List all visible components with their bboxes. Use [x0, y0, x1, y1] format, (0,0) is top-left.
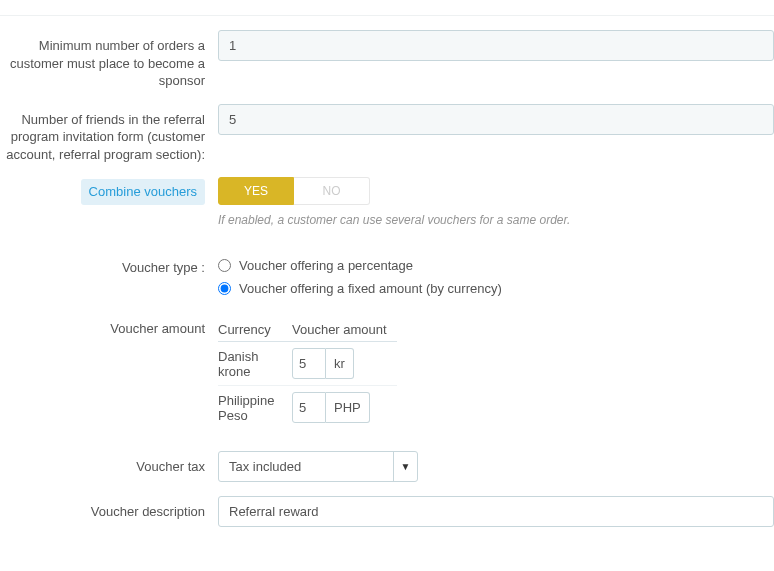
select-value: Tax included	[229, 459, 301, 474]
toggle-no[interactable]: NO	[294, 177, 370, 205]
row-min-orders: Minimum number of orders a customer must…	[0, 30, 774, 90]
label-min-orders: Minimum number of orders a customer must…	[0, 30, 215, 90]
th-currency: Currency	[218, 318, 292, 342]
table-row: Danish krone kr	[218, 342, 397, 386]
input-voucher-desc[interactable]	[218, 496, 774, 527]
radio-label-percentage: Voucher offering a percentage	[239, 258, 413, 273]
cell-currency: Philippine Peso	[218, 386, 292, 430]
table-row: Philippine Peso PHP	[218, 386, 397, 430]
toggle-yes[interactable]: YES	[218, 177, 294, 205]
label-voucher-desc: Voucher description	[0, 496, 215, 521]
label-voucher-tax: Voucher tax	[0, 451, 215, 476]
toggle-combine-vouchers[interactable]: YES NO	[218, 177, 774, 205]
label-combine-vouchers[interactable]: Combine vouchers	[81, 179, 205, 205]
select-voucher-tax[interactable]: Tax included ▼	[218, 451, 418, 482]
chevron-down-icon: ▼	[393, 452, 417, 481]
input-amount-dkk[interactable]	[292, 348, 326, 379]
row-voucher-type: Voucher type : Voucher offering a percen…	[0, 252, 774, 304]
cell-currency: Danish krone	[218, 342, 292, 386]
label-num-friends: Number of friends in the referral progra…	[0, 104, 215, 164]
radio-label-fixed: Voucher offering a fixed amount (by curr…	[239, 281, 502, 296]
input-num-friends[interactable]	[218, 104, 774, 135]
row-voucher-tax: Voucher tax Tax included ▼	[0, 451, 774, 482]
row-num-friends: Number of friends in the referral progra…	[0, 104, 774, 164]
row-combine-vouchers: Combine vouchers YES NO If enabled, a cu…	[0, 177, 774, 227]
help-combine-vouchers: If enabled, a customer can use several v…	[218, 213, 774, 227]
label-voucher-type: Voucher type :	[0, 252, 215, 277]
radio-fixed[interactable]	[218, 282, 231, 295]
input-amount-php[interactable]	[292, 392, 326, 423]
th-amount: Voucher amount	[292, 318, 397, 342]
radio-percentage[interactable]	[218, 259, 231, 272]
input-min-orders[interactable]	[218, 30, 774, 61]
unit-dkk: kr	[326, 348, 354, 379]
radio-row-percentage[interactable]: Voucher offering a percentage	[218, 258, 774, 273]
divider-top	[0, 15, 774, 16]
unit-php: PHP	[326, 392, 370, 423]
row-voucher-amount: Voucher amount Currency Voucher amount D…	[0, 318, 774, 429]
voucher-amount-table: Currency Voucher amount Danish krone kr …	[218, 318, 397, 429]
label-voucher-amount: Voucher amount	[0, 318, 215, 338]
radio-row-fixed[interactable]: Voucher offering a fixed amount (by curr…	[218, 281, 774, 296]
row-voucher-desc: Voucher description	[0, 496, 774, 527]
